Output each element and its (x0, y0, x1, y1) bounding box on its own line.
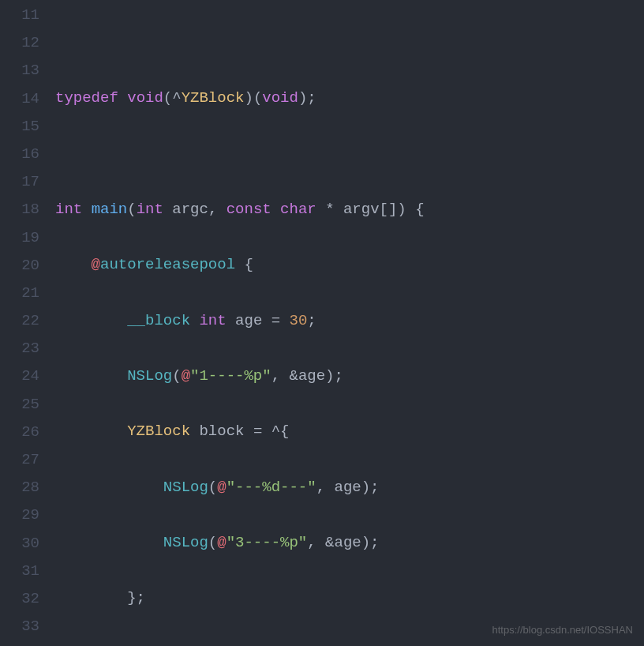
code-content[interactable]: typedef void(^YZBlock)(void); int main(i… (55, 2, 644, 646)
line-number: 33 (0, 613, 39, 640)
code-line (55, 29, 644, 57)
code-line: NSLog(@"1----%p", &age); (55, 362, 644, 390)
line-number: 32 (0, 585, 39, 613)
line-number: 16 (0, 141, 39, 168)
line-number: 30 (0, 530, 39, 558)
line-number: 21 (0, 280, 39, 307)
code-line: __block int age = 30; (55, 307, 644, 335)
line-number: 24 (0, 362, 39, 390)
watermark-text: https://blog.csdn.net/IOSSHAN (492, 621, 633, 640)
line-number: 13 (0, 57, 39, 85)
line-number: 26 (0, 419, 39, 446)
line-number: 23 (0, 335, 39, 362)
code-line: typedef void(^YZBlock)(void); (55, 85, 644, 112)
line-number: 19 (0, 224, 39, 252)
code-line: NSLog(@"---%d---", age); (55, 474, 644, 501)
line-number: 29 (0, 501, 39, 529)
code-line: int main(int argc, const char * argv[]) … (55, 196, 644, 223)
line-number: 31 (0, 558, 39, 585)
line-number: 27 (0, 446, 39, 474)
code-line: }; (55, 584, 644, 612)
code-line: YZBlock block = ^{ (55, 418, 644, 445)
line-number: 14 (0, 85, 39, 113)
code-line (55, 141, 644, 168)
line-number: 25 (0, 391, 39, 419)
line-number: 18 (0, 196, 39, 223)
line-number: 11 (0, 2, 39, 29)
line-number: 15 (0, 113, 39, 141)
line-number: 28 (0, 474, 39, 501)
line-number-gutter: 11 12 13 14 15 16 17 18 19 20 21 22 23 2… (0, 2, 55, 646)
code-editor: 11 12 13 14 15 16 17 18 19 20 21 22 23 2… (0, 0, 644, 646)
code-line (55, 640, 644, 646)
code-line: @autoreleasepool { (55, 251, 644, 279)
line-number: 22 (0, 307, 39, 335)
code-line: NSLog(@"3----%p", &age); (55, 529, 644, 557)
line-number: 20 (0, 252, 39, 280)
line-number: 17 (0, 168, 39, 196)
line-number: 12 (0, 29, 39, 57)
